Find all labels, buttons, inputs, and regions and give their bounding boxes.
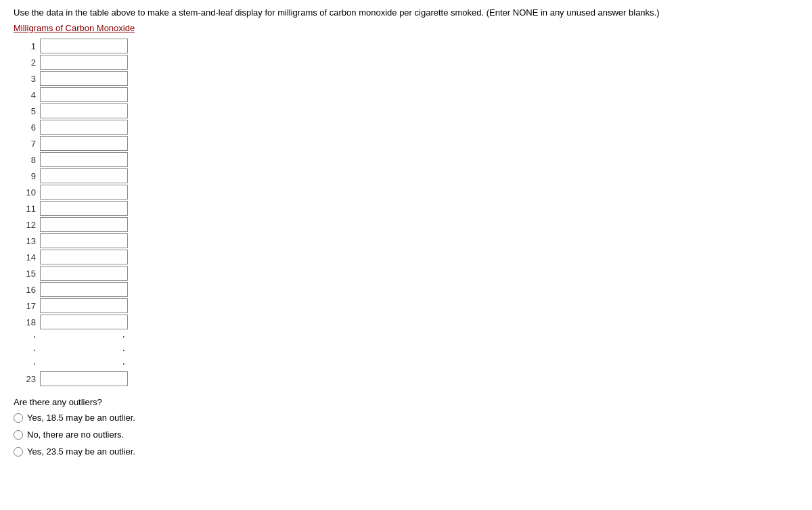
stem-row-2: 2 — [17, 55, 798, 70]
stem-row-5: 5 — [17, 103, 798, 118]
outlier-question: Are there any outliers? — [14, 397, 798, 407]
stem-input-9[interactable] — [40, 168, 128, 183]
outlier-option-2[interactable]: No, there are no outliers. — [14, 430, 798, 440]
stem-label-4: 4 — [17, 90, 36, 100]
stem-label-17: 17 — [17, 301, 36, 311]
stem-row-11: 11 — [17, 201, 798, 216]
stem-label-7: 7 — [17, 139, 36, 149]
stem-input-23[interactable] — [40, 371, 128, 386]
outlier-section: Are there any outliers? Yes, 18.5 may be… — [14, 397, 798, 457]
stem-row-6: 6 — [17, 120, 798, 135]
stem-input-4[interactable] — [40, 87, 128, 102]
stem-label-23: 23 — [17, 374, 36, 384]
stem-row-9: 9 — [17, 168, 798, 183]
outlier-option-1[interactable]: Yes, 18.5 may be an outlier. — [14, 413, 798, 423]
stem-label-2: 2 — [17, 57, 36, 68]
stem-label-8: 8 — [17, 155, 36, 165]
stem-row-14: 14 — [17, 250, 798, 264]
stem-row-23: 23 — [17, 371, 798, 386]
outlier-label-2: No, there are no outliers. — [27, 430, 124, 440]
stem-label-16: 16 — [17, 285, 36, 295]
stem-input-3[interactable] — [40, 71, 128, 86]
dot-spacer-2: · — [40, 344, 128, 356]
stem-row-18: 18 — [17, 315, 798, 329]
stem-label-13: 13 — [17, 236, 36, 246]
dot-right-3: · — [122, 358, 125, 370]
stem-label-10: 10 — [17, 187, 36, 198]
instruction-text: Use the data in the table above to make … — [14, 7, 798, 19]
dots-row-3: · · — [17, 358, 798, 370]
stem-input-13[interactable] — [40, 233, 128, 248]
outlier-radio-3[interactable] — [14, 447, 23, 457]
dot-right-1: · — [122, 331, 125, 343]
stem-label-11: 11 — [17, 204, 36, 214]
stem-input-16[interactable] — [40, 282, 128, 297]
stem-input-10[interactable] — [40, 185, 128, 200]
stem-row-13: 13 — [17, 233, 798, 248]
stem-row-7: 7 — [17, 136, 798, 151]
stem-label-6: 6 — [17, 122, 36, 133]
stem-input-7[interactable] — [40, 136, 128, 151]
stem-row-12: 12 — [17, 217, 798, 232]
dots-row-2: · · — [17, 344, 798, 356]
stem-label-18: 18 — [17, 317, 36, 327]
stem-label-5: 5 — [17, 106, 36, 116]
stem-input-14[interactable] — [40, 250, 128, 264]
dot-label-2: · — [17, 344, 36, 356]
stem-label-3: 3 — [17, 74, 36, 84]
stem-label-12: 12 — [17, 220, 36, 230]
dot-label-1: · — [17, 331, 36, 343]
outlier-option-3[interactable]: Yes, 23.5 may be an outlier. — [14, 446, 798, 457]
outlier-radio-1[interactable] — [14, 413, 23, 423]
stem-input-6[interactable] — [40, 120, 128, 135]
stem-row-15: 15 — [17, 266, 798, 281]
stem-input-2[interactable] — [40, 55, 128, 70]
stem-leaf-display: 1 2 3 4 5 6 7 8 9 10 11 12 — [17, 39, 798, 388]
stem-row-4: 4 — [17, 87, 798, 102]
stem-label-9: 9 — [17, 171, 36, 181]
stem-input-17[interactable] — [40, 298, 128, 313]
outlier-radio-2[interactable] — [14, 430, 23, 440]
outlier-label-1: Yes, 18.5 may be an outlier. — [27, 413, 135, 423]
stem-label-1: 1 — [17, 41, 36, 51]
stem-input-15[interactable] — [40, 266, 128, 281]
table-title: Milligrams of Carbon Monoxide — [14, 23, 798, 33]
dots-row-1: · · — [17, 331, 798, 343]
stem-input-11[interactable] — [40, 201, 128, 216]
stem-row-17: 17 — [17, 298, 798, 313]
dot-spacer-1: · — [40, 331, 128, 343]
outlier-label-3: Yes, 23.5 may be an outlier. — [27, 446, 135, 457]
dot-spacer-3: · — [40, 358, 128, 370]
dot-right-2: · — [122, 344, 125, 356]
stem-row-8: 8 — [17, 152, 798, 167]
stem-row-10: 10 — [17, 185, 798, 200]
stem-input-8[interactable] — [40, 152, 128, 167]
stem-input-5[interactable] — [40, 103, 128, 118]
stem-row-3: 3 — [17, 71, 798, 86]
stem-input-18[interactable] — [40, 315, 128, 329]
stem-input-12[interactable] — [40, 217, 128, 232]
stem-row-1: 1 — [17, 39, 798, 53]
stem-label-15: 15 — [17, 269, 36, 279]
stem-input-1[interactable] — [40, 39, 128, 53]
dot-label-3: · — [17, 358, 36, 370]
stem-label-14: 14 — [17, 252, 36, 262]
stem-row-16: 16 — [17, 282, 798, 297]
